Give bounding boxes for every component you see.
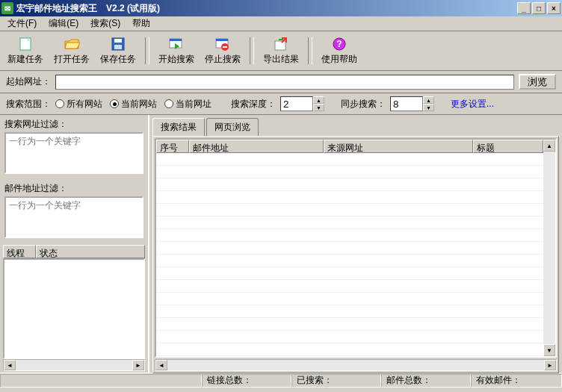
window-title: 宏宇邮件地址搜索王 V2.2 (试用版) (16, 2, 517, 15)
email-filter-input[interactable] (4, 196, 143, 238)
stop-search-label: 停止搜索 (205, 53, 241, 66)
scroll-left-icon[interactable]: ◄ (155, 360, 167, 370)
export-icon (272, 36, 290, 52)
results-body[interactable] (156, 153, 543, 356)
status-bar: 链接总数： 已搜索： 邮件总数： 有效邮件： (0, 373, 562, 388)
browse-button[interactable]: 浏览 (519, 74, 556, 90)
svg-rect-10 (275, 41, 285, 50)
status-empty (0, 374, 202, 388)
svg-rect-2 (114, 39, 122, 43)
thread-list: 线程 状态 (0, 243, 148, 359)
scroll-down-icon[interactable]: ▼ (543, 344, 555, 356)
right-panel: 搜索结果 网页浏览 序号 邮件地址 来源网址 标题 (149, 115, 562, 373)
scroll-right-icon[interactable]: ► (132, 360, 144, 370)
url-filter-label: 搜索网址过滤： (4, 118, 143, 131)
status-searched: 已搜索： (291, 374, 381, 388)
results-vscrollbar[interactable]: ▲ ▼ (543, 140, 555, 356)
close-button[interactable]: × (547, 2, 561, 14)
stop-icon (214, 36, 232, 52)
depth-up-button[interactable]: ▲ (313, 96, 324, 104)
results-header: 序号 邮件地址 来源网址 标题 (156, 140, 543, 153)
tab-results[interactable]: 搜索结果 (152, 118, 205, 136)
results-col-source[interactable]: 来源网址 (324, 140, 473, 153)
thread-col-status[interactable]: 状态 (36, 245, 145, 258)
svg-rect-7 (216, 39, 228, 41)
scroll-left-icon[interactable]: ◄ (4, 360, 16, 370)
open-task-label: 打开任务 (54, 53, 90, 66)
svg-rect-9 (223, 46, 227, 48)
scope-all-radio[interactable]: 所有网站 (55, 98, 102, 111)
help-button[interactable]: ? 使用帮助 (318, 34, 360, 67)
toolbar-separator (308, 37, 312, 64)
main-area: 搜索网址过滤： 邮件地址过滤： 线程 状态 ◄ ► 搜索结果 网页浏览 (0, 115, 562, 373)
thread-hscrollbar[interactable]: ◄ ► (3, 359, 145, 371)
maximize-button[interactable]: □ (532, 2, 546, 14)
options-row: 搜索范围： 所有网站 当前网站 当前网址 搜索深度： ▲▼ 同步搜索： ▲▼ 更… (0, 93, 562, 115)
svg-rect-3 (114, 45, 122, 49)
toolbar-separator (250, 37, 254, 64)
start-search-button[interactable]: 开始搜索 (155, 34, 197, 67)
new-task-button[interactable]: 新建任务 (4, 34, 46, 67)
scroll-right-icon[interactable]: ► (544, 360, 556, 370)
email-filter-label: 邮件地址过滤： (4, 182, 143, 195)
open-task-button[interactable]: 打开任务 (51, 34, 93, 67)
stop-search-button[interactable]: 停止搜索 (202, 34, 244, 67)
concurrent-up-button[interactable]: ▲ (423, 96, 434, 104)
start-url-label: 起始网址： (6, 75, 51, 88)
app-icon: ✉ (1, 2, 13, 14)
svg-text:?: ? (336, 39, 342, 49)
status-valid-emails: 有效邮件： (471, 374, 562, 388)
svg-rect-5 (170, 39, 182, 41)
menu-edit[interactable]: 编辑(E) (44, 16, 83, 31)
depth-spinner[interactable]: ▲▼ (280, 96, 324, 111)
save-task-label: 保存任务 (100, 53, 136, 66)
tab-content: 序号 邮件地址 来源网址 标题 ▲ ▼ (152, 136, 559, 373)
scope-url-radio[interactable]: 当前网址 (164, 98, 211, 111)
thread-list-body[interactable] (3, 258, 145, 359)
help-icon: ? (330, 36, 348, 52)
folder-open-icon (63, 36, 81, 52)
depth-down-button[interactable]: ▼ (313, 104, 324, 111)
results-col-seq[interactable]: 序号 (156, 140, 189, 153)
play-icon (167, 36, 185, 52)
concurrent-label: 同步搜索： (341, 98, 386, 111)
results-col-title[interactable]: 标题 (473, 140, 543, 153)
save-task-button[interactable]: 保存任务 (97, 34, 139, 67)
url-filter-input[interactable] (4, 132, 143, 174)
file-new-icon (16, 36, 34, 52)
concurrent-down-button[interactable]: ▼ (423, 104, 434, 111)
title-bar: ✉ 宏宇邮件地址搜索王 V2.2 (试用版) _ □ × (0, 0, 562, 16)
start-url-input[interactable] (55, 75, 514, 90)
more-settings-link[interactable]: 更多设置... (451, 98, 494, 111)
toolbar: 新建任务 打开任务 保存任务 开始搜索 停止搜索 导出结果 ? 使用帮助 (0, 31, 562, 71)
concurrent-input[interactable] (390, 96, 423, 111)
export-button[interactable]: 导出结果 (260, 34, 302, 67)
thread-col-thread[interactable]: 线程 (3, 245, 36, 258)
menu-file[interactable]: 文件(F) (3, 16, 41, 31)
save-icon (109, 36, 127, 52)
scope-site-radio[interactable]: 当前网站 (110, 98, 157, 111)
menu-bar: 文件(F) 编辑(E) 搜索(S) 帮助 (0, 16, 562, 31)
results-hscrollbar[interactable]: ◄ ► (155, 359, 557, 371)
depth-label: 搜索深度： (231, 98, 276, 111)
menu-search[interactable]: 搜索(S) (86, 16, 125, 31)
help-label: 使用帮助 (321, 53, 357, 66)
start-url-row: 起始网址： 浏览 (0, 71, 562, 93)
new-task-label: 新建任务 (7, 53, 43, 66)
depth-input[interactable] (280, 96, 313, 111)
status-links-total: 链接总数： (202, 374, 291, 388)
tabs: 搜索结果 网页浏览 (149, 115, 562, 136)
left-panel: 搜索网址过滤： 邮件地址过滤： 线程 状态 ◄ ► (0, 115, 149, 373)
minimize-button[interactable]: _ (517, 2, 531, 14)
toolbar-separator (145, 37, 149, 64)
status-emails-total: 邮件总数： (381, 374, 471, 388)
scroll-up-icon[interactable]: ▲ (543, 140, 555, 152)
concurrent-spinner[interactable]: ▲▼ (390, 96, 434, 111)
export-label: 导出结果 (263, 53, 299, 66)
start-search-label: 开始搜索 (158, 53, 194, 66)
menu-help[interactable]: 帮助 (128, 16, 155, 31)
tab-webview[interactable]: 网页浏览 (206, 118, 259, 136)
scope-label: 搜索范围： (6, 98, 51, 111)
results-col-email[interactable]: 邮件地址 (189, 140, 324, 153)
